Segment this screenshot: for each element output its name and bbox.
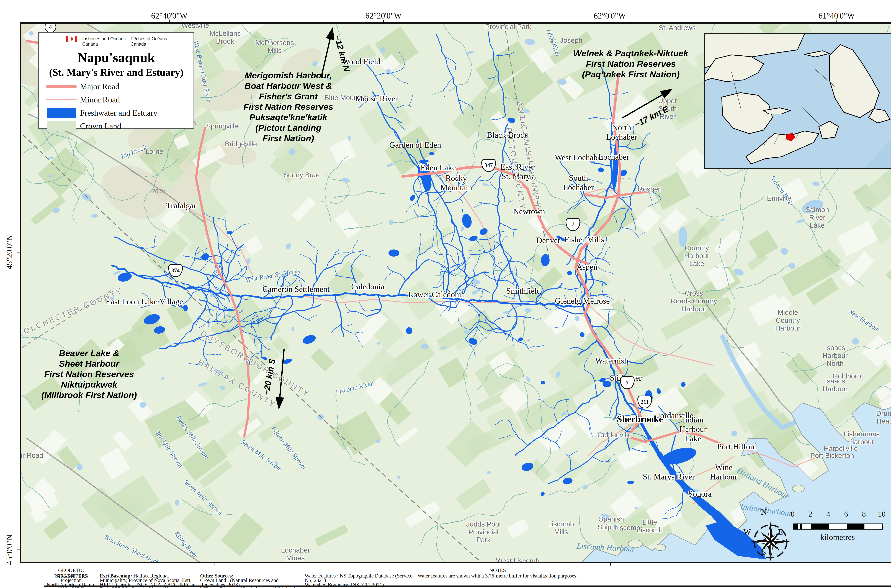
footer-header-row: GEODETIC PARAMETERS NOTES [44, 567, 891, 573]
scalebar-segment [798, 524, 800, 529]
graticule-tick [837, 20, 837, 22]
community-label: Rocky Mountain [440, 173, 472, 192]
town-label: Blue Mountain [324, 94, 369, 102]
town-label: West Liscomb [496, 557, 539, 563]
scalebar-segment [802, 524, 811, 529]
scalebar-number: 6 [844, 510, 848, 518]
town-label: Goldboro [832, 372, 861, 380]
legend-item: Freshwater and Estuary [43, 106, 190, 119]
town-label: Salmon River Lake [806, 206, 829, 230]
highway-shield: 374 [168, 264, 183, 277]
watershed-boundary-source: Watershed Boundary: (NSECC, 2021) [305, 582, 416, 587]
community-label: Jordanville [657, 411, 693, 420]
town-label: Lochaber Mines [281, 546, 310, 562]
town-label: Provincial Park [485, 23, 531, 31]
town-label: McLellans Brook [209, 30, 241, 45]
town-label: Goshen [638, 185, 662, 193]
compass-star-icon [750, 518, 790, 563]
legend-label: Crown Land [80, 122, 121, 131]
town-label: Little Liscomb [637, 518, 663, 534]
graticule-label: 62°40'0"W [151, 11, 188, 21]
community-label: Garden of Eden [389, 140, 441, 150]
community-label: Lower Caledonia [408, 290, 465, 299]
highway-shield: 347 [482, 159, 496, 172]
graticule-label: 45°0'0"N [4, 534, 14, 565]
community-label: Port Hilford [717, 442, 757, 452]
town-label: Lorne [146, 147, 163, 155]
county-label: HALIFAX COUNTY [196, 358, 278, 410]
graticule-label: 62°20'0"W [365, 11, 402, 21]
town-label: Spanish Ship Bay [597, 515, 625, 531]
graticule-tick [17, 549, 20, 550]
scalebar-number: 2 [808, 510, 812, 518]
notes-header: NOTES [98, 567, 891, 573]
legend-swatch-major [46, 86, 77, 88]
river-label: Killag River [172, 530, 200, 560]
town-label: Cross Roads Country Harbour [671, 290, 717, 313]
community-label: Wood Field [342, 57, 381, 66]
town-label: McPhersons Mills [255, 39, 294, 54]
town-label: Erinville [767, 194, 791, 202]
graticule-tick [610, 563, 611, 566]
inset-geography [705, 34, 891, 169]
reserve-annotation: Welnek & Paqtnkek-Niktuek First Nation R… [573, 48, 688, 80]
ocean-lbl-label: Liscomb Harbour [576, 541, 636, 554]
town-label: Liscomb Mills [548, 520, 574, 536]
agency-fr: Pêches et Océans Canada [130, 36, 167, 46]
water-sources: Water Features : NS Topographic Database… [305, 574, 416, 587]
reserve-annotation: Beaver Lake & Sheet Harbour First Nation… [41, 348, 137, 400]
community-label: South Lochaber [563, 173, 594, 192]
community-label: Glenelg Melrose [555, 296, 610, 306]
compass-w: W [744, 527, 751, 537]
community-label: Black Brook [487, 130, 528, 140]
river-label: Big Brook [120, 143, 147, 160]
county-label: ANTIGONISH COUNTY [515, 100, 543, 210]
river-label: Twelve Mile Stream [174, 413, 211, 460]
map-frame: WestvilleMcLellans BrookMcPhersons Mills… [20, 22, 891, 563]
map-canvas: WestvilleMcLellans BrookMcPhersons Mills… [20, 22, 891, 563]
legend-item: Major Road [43, 80, 190, 93]
community-label: West Lochaber [555, 153, 604, 162]
graticule-label: 62°0'0"W [594, 11, 626, 21]
crown-land-source: Crown Land : (Natural Resources and Rene… [200, 578, 303, 587]
town-label: Liscomb [614, 524, 640, 532]
town-label: St. Joseph [550, 36, 582, 44]
community-label: St. Marys River [643, 472, 695, 482]
river-label: West Branch East River [192, 40, 213, 103]
scalebar-bar [793, 524, 883, 530]
agency-wordmark: Fisheries and Oceans Canada Pêches et Oc… [43, 36, 190, 50]
community-label: Trafalgar [166, 201, 196, 210]
town-label: Isaacs Harbour North [823, 344, 848, 368]
scalebar-unit: kilometres [820, 532, 855, 542]
legend-swatch-minor [46, 99, 77, 100]
county-label: GUYSBOROUGH COUNTY [199, 329, 311, 399]
town-label: Harpellville [824, 445, 858, 453]
community-label: Cameron Settlement [262, 284, 330, 294]
scalebar-segment [800, 524, 802, 529]
town-label: Westville [182, 22, 209, 29]
community-label: Moose River [356, 94, 398, 104]
community-label: Caledonia [351, 282, 384, 291]
footer-divider [98, 567, 98, 585]
river-label: West River Sheet Harbour [103, 533, 168, 563]
highway-shield: 7 [566, 218, 580, 231]
river-label: Seven Mile Stream [240, 438, 284, 473]
community-label: Aspen [576, 262, 597, 272]
community-label: North Lochaber [606, 123, 637, 142]
community-label: Denver [536, 236, 560, 245]
community-label: East Loon Lake Village [106, 297, 183, 306]
inset-map [704, 33, 891, 169]
river-label: Salmon River [769, 174, 796, 208]
legend-item: Minor Road [43, 93, 190, 106]
community-label: Waternish [595, 356, 628, 366]
legend-label: Freshwater and Estuary [80, 108, 158, 118]
scalebar-number: 0 [790, 510, 795, 518]
distance-arrow-label: ~12 km N [333, 34, 352, 73]
town-label: Drum Head [873, 410, 891, 425]
compass-n: N [761, 507, 767, 516]
map-footer: GEODETIC PARAMETERS NOTES UTM Zone 20NPr… [44, 567, 891, 586]
scalebar-number: 8 [862, 510, 866, 518]
town-label: Goldenville [597, 431, 632, 439]
map-subtitle: (St. Mary's River and Estuary) [43, 66, 190, 78]
town-label: St. Andrews [658, 24, 696, 32]
